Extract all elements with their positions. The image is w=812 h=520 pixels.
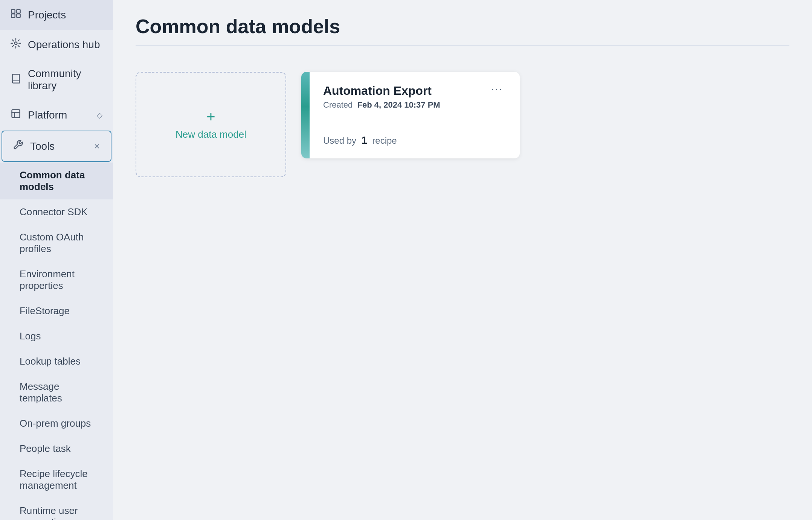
submenu-item-environment-properties[interactable]: Environment properties [0,262,113,298]
sidebar-item-projects[interactable]: Projects [0,0,113,30]
svg-rect-5 [12,110,20,118]
platform-label: Platform [28,109,90,121]
model-card-created: Created Feb 4, 2024 10:37 PM [323,100,440,110]
tools-icon [13,140,23,153]
sidebar-item-tools[interactable]: Tools ✕ [2,131,111,162]
card-accent [301,72,310,158]
submenu-item-on-prem-groups[interactable]: On-prem groups [0,411,113,436]
svg-rect-3 [17,14,20,17]
submenu-item-logs[interactable]: Logs [0,324,113,349]
sidebar-item-community-library[interactable]: Community library [0,59,113,100]
more-options-button[interactable]: ··· [488,82,506,96]
plus-icon: + [206,109,215,124]
operations-icon [11,38,21,51]
submenu-item-people-task[interactable]: People task [0,436,113,461]
svg-rect-0 [11,10,15,13]
card-header: Automation Export Created Feb 4, 2024 10… [323,84,506,110]
content-area: + New data model Automation Export Creat… [113,53,812,196]
tools-label: Tools [30,140,87,152]
card-body: Automation Export Created Feb 4, 2024 10… [310,72,520,158]
main-content: Common data models + New data model Auto… [113,0,812,520]
tools-submenu: Common data models Connector SDK Custom … [0,163,113,520]
platform-icon [11,108,21,122]
submenu-item-common-data-models[interactable]: Common data models [0,163,113,199]
header-divider [136,45,789,46]
submenu-item-connector-sdk[interactable]: Connector SDK [0,199,113,225]
automation-export-card: Automation Export Created Feb 4, 2024 10… [301,72,520,158]
svg-point-4 [15,42,17,45]
svg-rect-2 [11,14,15,17]
projects-label: Projects [28,9,102,21]
sidebar-item-operations-hub[interactable]: Operations hub [0,30,113,59]
card-title-area: Automation Export Created Feb 4, 2024 10… [323,84,440,110]
submenu-item-message-templates[interactable]: Message templates [0,374,113,411]
page-header: Common data models [113,0,812,53]
platform-chevron-icon: ◇ [97,111,102,120]
projects-icon [11,8,21,21]
card-divider [323,125,506,125]
sidebar-item-platform[interactable]: Platform ◇ [0,100,113,130]
new-data-model-card[interactable]: + New data model [136,72,286,177]
submenu-item-custom-oauth[interactable]: Custom OAuth profiles [0,225,113,262]
sidebar: Projects Operations hub Community librar… [0,0,113,520]
card-usage: Used by 1 recipe [323,134,506,146]
community-library-label: Community library [28,68,102,92]
submenu-item-runtime-user-connections[interactable]: Runtime user connections [0,498,113,520]
operations-hub-label: Operations hub [28,39,102,51]
page-title: Common data models [136,15,789,38]
submenu-item-lookup-tables[interactable]: Lookup tables [0,349,113,374]
new-model-label: New data model [176,129,246,140]
tools-chevron-icon: ✕ [94,142,100,151]
model-card-title: Automation Export [323,84,440,98]
svg-rect-1 [17,10,20,13]
submenu-item-recipe-lifecycle[interactable]: Recipe lifecycle management [0,461,113,498]
submenu-item-filestorage[interactable]: FileStorage [0,298,113,324]
community-icon [11,73,21,87]
